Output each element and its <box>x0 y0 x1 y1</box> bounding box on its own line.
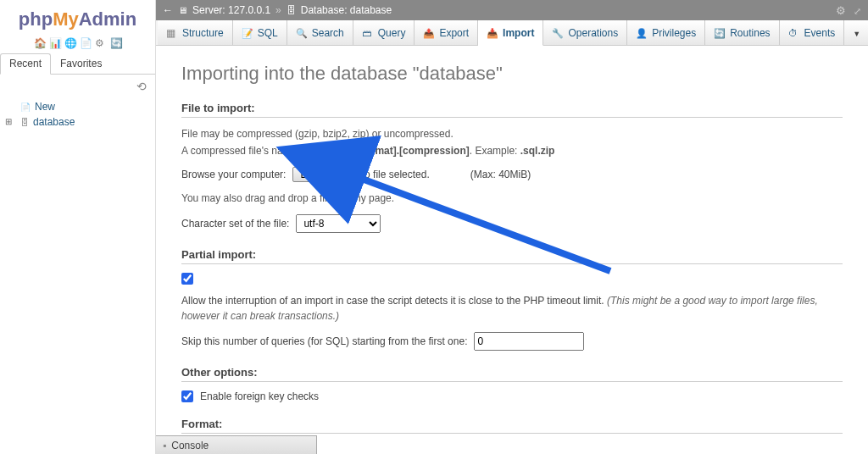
main: Server: 127.0.0.1 » Database: database S… <box>156 0 868 454</box>
tab-more[interactable]: More <box>844 20 868 45</box>
exit-icon[interactable] <box>849 5 861 17</box>
structure-icon <box>166 27 178 39</box>
events-icon <box>788 27 800 39</box>
tree-label: database <box>33 116 75 128</box>
section-file: File to import: <box>181 102 843 114</box>
tab-sql[interactable]: SQL <box>233 20 287 45</box>
tree-database[interactable]: database <box>5 114 150 130</box>
tab-events[interactable]: Events <box>780 20 845 45</box>
fk-label: Enable foreign key checks <box>200 390 319 402</box>
fk-row: Enable foreign key checks <box>181 390 843 402</box>
settings-icon[interactable] <box>95 35 107 47</box>
breadcrumb: Server: 127.0.0.1 » Database: database <box>156 0 868 20</box>
search-icon <box>296 27 308 39</box>
skip-input[interactable] <box>474 332 584 351</box>
console-label: Console <box>171 440 209 451</box>
tab-search[interactable]: Search <box>287 20 353 45</box>
more-icon <box>853 27 865 39</box>
tab-import[interactable]: Import <box>478 20 543 46</box>
collapse-icon[interactable]: ⟲ <box>0 75 155 96</box>
content: Importing into the database "database" F… <box>156 46 868 454</box>
logo-admin: Admin <box>79 8 136 30</box>
tree-label: New <box>35 101 55 113</box>
export-icon <box>423 27 435 39</box>
divider <box>181 381 843 382</box>
tab-recent[interactable]: Recent <box>0 53 51 75</box>
breadcrumb-db[interactable]: Database: database <box>301 4 392 16</box>
tab-query[interactable]: Query <box>353 20 415 45</box>
browse-row: Browse your computer: Browse... No file … <box>181 167 843 182</box>
logo-php: php <box>19 8 53 30</box>
browse-label: Browse your computer: <box>181 169 286 180</box>
database-icon <box>20 116 31 128</box>
tab-routines[interactable]: Routines <box>705 20 779 45</box>
tree-new[interactable]: New <box>5 99 150 114</box>
server-icon <box>178 4 187 16</box>
skip-label: Skip this number of queries (for SQL) st… <box>181 335 467 347</box>
tab-operations[interactable]: Operations <box>543 20 627 45</box>
breadcrumb-server[interactable]: Server: 127.0.0.1 <box>192 4 270 16</box>
console-bar[interactable]: Console <box>156 435 317 454</box>
spacer-icon <box>5 102 19 112</box>
note-compressed: File may be compressed (gzip, bzip2, zip… <box>181 126 843 141</box>
tab-favorites[interactable]: Favorites <box>51 53 111 74</box>
logo-my: My <box>53 8 79 30</box>
docs-icon[interactable] <box>64 35 76 47</box>
expand-icon[interactable] <box>5 117 19 127</box>
file-status: No file selected. <box>357 169 429 180</box>
nav-settings-icon[interactable] <box>80 35 92 47</box>
new-db-icon <box>20 101 33 113</box>
sidebar-tabs: Recent Favorites <box>0 53 155 75</box>
section-format: Format: <box>181 418 843 430</box>
charset-label: Character set of the file: <box>181 218 289 230</box>
back-icon[interactable] <box>163 4 173 16</box>
page-title: Importing into the database "database" <box>181 63 843 85</box>
tab-structure[interactable]: Structure <box>158 20 233 45</box>
note-dragdrop: You may also drag and drop a file on any… <box>181 191 843 206</box>
database-icon <box>287 4 296 16</box>
tab-privileges[interactable]: Privileges <box>627 20 705 45</box>
divider <box>181 263 843 264</box>
home-icon[interactable] <box>34 35 46 47</box>
query-icon <box>362 27 374 39</box>
section-other: Other options: <box>181 366 843 379</box>
max-size: (Max: 40MiB) <box>470 169 531 180</box>
import-icon <box>487 27 498 39</box>
browse-button[interactable]: Browse... <box>292 167 350 182</box>
charset-select[interactable]: utf-8 <box>296 214 381 233</box>
sql-icon <box>242 27 253 39</box>
section-partial: Partial import: <box>181 248 843 261</box>
tab-export[interactable]: Export <box>415 20 478 45</box>
fk-checks-checkbox[interactable] <box>181 390 193 402</box>
privileges-icon <box>636 27 648 39</box>
note-format: A compressed file's name must end in .[f… <box>181 143 843 158</box>
db-tree: New database <box>0 96 155 133</box>
breadcrumb-sep: » <box>275 4 281 16</box>
sidebar: phpMyAdmin Recent Favorites ⟲ New databa… <box>0 0 156 454</box>
topmenu: Structure SQL Search Query Export Import… <box>156 20 868 46</box>
charset-row: Character set of the file: utf-8 <box>181 214 843 233</box>
logo[interactable]: phpMyAdmin <box>0 0 155 35</box>
partial-note: Allow the interruption of an import in c… <box>181 293 843 324</box>
logout-icon[interactable] <box>49 35 61 47</box>
divider <box>181 117 843 118</box>
routines-icon <box>714 27 726 39</box>
skip-row: Skip this number of queries (for SQL) st… <box>181 332 843 351</box>
reload-icon[interactable] <box>110 35 122 47</box>
divider <box>181 433 843 434</box>
allow-interrupt-checkbox[interactable] <box>181 273 193 285</box>
page-settings-icon[interactable] <box>836 5 846 17</box>
quick-icons <box>0 35 155 53</box>
operations-icon <box>552 27 564 39</box>
